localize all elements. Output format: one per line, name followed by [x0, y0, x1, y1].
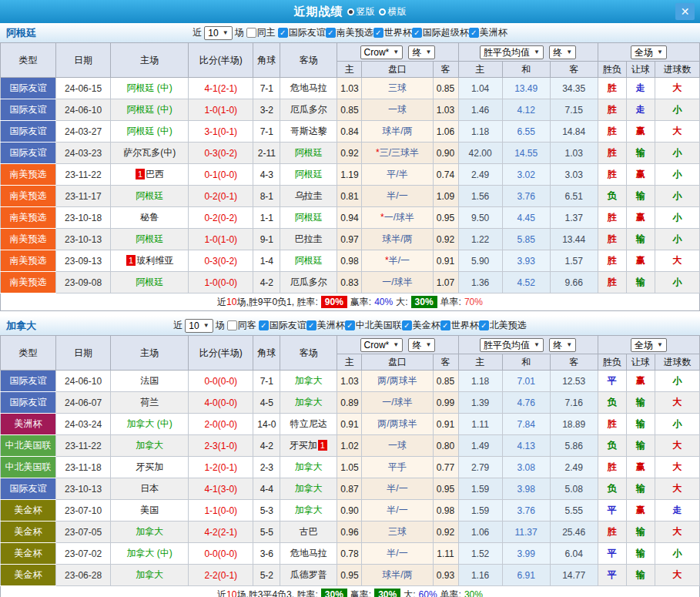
match-date-cell: 23-07-02 [56, 543, 111, 565]
away-team-cell: 加拿大 [280, 457, 337, 478]
checkbox-checked-icon[interactable]: ✓ [479, 320, 489, 330]
checkbox-checked-icon[interactable]: ✓ [373, 28, 383, 38]
cup-filter[interactable]: ✓美洲杯 [469, 26, 507, 39]
cup-filter[interactable]: ✓南美预选 [326, 26, 373, 39]
scope-dropdown[interactable]: 全场▼ [631, 45, 667, 59]
handicap-cell: 三球 [362, 522, 433, 543]
handicap-result-cell: 输 [626, 478, 655, 500]
big-rate-value: 30% [411, 296, 437, 308]
home-team-cell: 阿根廷 [111, 229, 189, 250]
crow-away-odds-cell: 1.09 [433, 186, 458, 207]
cup-filter[interactable]: ✓美金杯 [402, 319, 440, 332]
odds-final-dropdown[interactable]: 终▼ [408, 45, 435, 59]
team-title: 加拿大 [6, 319, 36, 333]
goals-result-cell: 小 [655, 543, 699, 565]
corner-cell: 3-6 [253, 543, 280, 565]
checkbox-unchecked-icon[interactable] [227, 320, 237, 330]
result-cell: 负 [598, 392, 626, 414]
view-option-vertical[interactable]: 竖版 [347, 5, 375, 18]
home-team-cell: 萨尔瓦多(中) [111, 143, 189, 164]
checkbox-checked-icon[interactable]: ✓ [440, 320, 450, 330]
match-type-cell: 美金杯 [1, 500, 56, 522]
matches-table: 类型 日期 主场 比分(半场) 角球 客场 Crow*▼ 终▼ 胜平负均值▼ 终… [0, 42, 700, 293]
checkbox-checked-icon[interactable]: ✓ [345, 320, 355, 330]
cup-filter[interactable]: ✓世界杯 [440, 319, 479, 332]
mean-draw-cell: 13.49 [502, 78, 550, 99]
crow-home-odds-cell: 1.03 [337, 78, 362, 99]
cup-filters: ✓国际友谊✓美洲杯✓中北美国联✓美金杯✓世界杯✓北美预选 [259, 319, 527, 332]
big-rate-label: 大: [396, 296, 407, 309]
cup-filter[interactable]: ✓北美预选 [479, 319, 527, 332]
cup-filter[interactable]: ✓世界杯 [373, 26, 412, 39]
corner-cell: 4-2 [253, 435, 280, 457]
same-venue-filter[interactable]: 同客 [227, 319, 256, 332]
cup-filter[interactable]: ✓国际超级杯 [412, 26, 469, 39]
score-cell: 0-1(0-0) [189, 164, 253, 186]
team-name: 牙买加 [136, 461, 163, 472]
home-team-cell: 秘鲁 [111, 207, 189, 229]
mean-draw-cell: 11.37 [502, 522, 550, 543]
cup-filter[interactable]: ✓国际友谊 [278, 26, 326, 39]
view-option-horizontal[interactable]: 横版 [379, 5, 407, 18]
mean-source-dropdown[interactable]: 胜平负均值▼ [480, 45, 544, 59]
checkbox-checked-icon[interactable]: ✓ [278, 28, 288, 38]
mean-final-dropdown[interactable]: 终▼ [549, 338, 576, 352]
match-row: 中北美国联23-11-18牙买加1-2(0-1)2-3加拿大1.05平手0.77… [1, 457, 700, 478]
handicap-result-cell: 赢 [626, 500, 655, 522]
team-name: 加拿大 [136, 526, 163, 537]
scope-dropdown-cell: 全场▼ [598, 336, 699, 354]
checkbox-checked-icon[interactable]: ✓ [259, 320, 269, 330]
mean-final-dropdown[interactable]: 终▼ [549, 45, 576, 59]
match-date-cell: 23-07-05 [56, 522, 111, 543]
checkbox-checked-icon[interactable]: ✓ [326, 28, 336, 38]
cup-filter[interactable]: ✓美洲杯 [306, 319, 345, 332]
radio-selected-icon[interactable] [347, 8, 354, 15]
match-row: 美金杯23-07-05加拿大4-2(2-1)5-5古巴0.96三球0.921.0… [1, 522, 700, 543]
odds-source-dropdown[interactable]: Crow*▼ [360, 338, 404, 352]
sections-container: 阿根廷 近 10 ▼ 场 同主 ✓国际友谊✓南美预选✓世界杯✓国际超级杯✓美洲杯 [0, 23, 700, 597]
subcol-handicap-result: 让球 [626, 62, 655, 78]
odds-final-dropdown[interactable]: 终▼ [408, 338, 435, 352]
checkbox-checked-icon[interactable]: ✓ [306, 320, 317, 330]
odds-source-dropdown[interactable]: Crow*▼ [360, 45, 404, 59]
match-type-cell: 中北美国联 [1, 457, 56, 478]
recent-count-select[interactable]: 10 ▼ [185, 319, 213, 333]
radio-unselected-icon[interactable] [379, 8, 386, 15]
mean-draw-cell: 5.85 [502, 229, 550, 250]
cup-filter[interactable]: ✓中北美国联 [345, 319, 402, 332]
handicap-result-cell: 输 [626, 435, 655, 457]
result-cell: 胜 [598, 207, 626, 229]
column-header-type: 类型 [1, 43, 56, 78]
away-team-cell: 瓜德罗普 [280, 565, 337, 586]
corner-cell: 4-4 [253, 478, 280, 500]
team-name: 加拿大 (中) [127, 418, 172, 429]
match-row: 美金杯23-07-10美国1-1(0-0)5-3加拿大0.90半/一0.981.… [1, 500, 700, 522]
result-cell: 负 [598, 186, 626, 207]
checkbox-checked-icon[interactable]: ✓ [412, 28, 422, 38]
column-header-corner: 角球 [253, 43, 280, 78]
crow-home-odds-cell: 0.81 [337, 186, 362, 207]
same-venue-filter[interactable]: 同主 [246, 26, 276, 39]
scope-dropdown[interactable]: 全场▼ [631, 338, 667, 352]
team-name: 乌拉圭 [295, 190, 323, 201]
handicap-cell: 球半/两 [362, 121, 433, 143]
score-cell: 1-1(0-0) [189, 500, 253, 522]
checkbox-checked-icon[interactable]: ✓ [402, 320, 412, 330]
match-row: 国际友谊24-03-27阿根廷 (中)3-1(0-1)7-1哥斯达黎0.84球半… [1, 121, 700, 143]
cup-filter[interactable]: ✓国际友谊 [259, 319, 306, 332]
goals-result-cell: 大 [655, 478, 699, 500]
mean-source-dropdown[interactable]: 胜平负均值▼ [480, 338, 544, 352]
match-type-cell: 南美预选 [1, 164, 56, 186]
chevron-down-icon: ▼ [223, 28, 229, 39]
crow-home-odds-cell: 1.03 [337, 371, 362, 392]
radio-label-vertical: 竖版 [357, 5, 375, 18]
checkbox-unchecked-icon[interactable] [246, 28, 256, 38]
recent-count-select[interactable]: 10 ▼ [204, 26, 232, 40]
summary-text: 近10场,胜9平0负1, 胜率: [217, 296, 318, 309]
score-cell: 0-3(0-2) [189, 250, 253, 272]
away-team-cell: 哥斯达黎 [280, 121, 337, 143]
checkbox-checked-icon[interactable]: ✓ [469, 28, 479, 38]
mean-home-cell: 1.59 [458, 478, 502, 500]
close-button[interactable]: ✕ [675, 3, 695, 20]
cup-filter-label: 世界杯 [384, 26, 412, 39]
